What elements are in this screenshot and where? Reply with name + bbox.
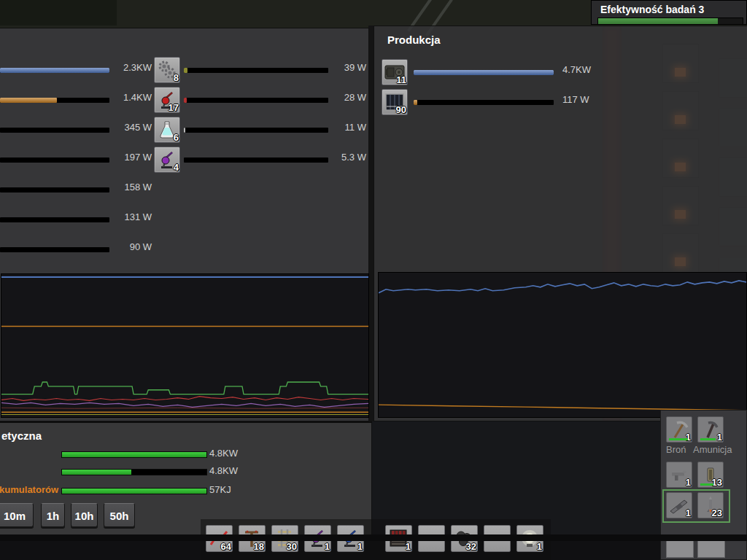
production-fill (414, 70, 554, 75)
consumption-value: 197 W (108, 152, 152, 163)
weapon-label: Broń (666, 444, 686, 455)
consumption-usage-bar (0, 128, 109, 133)
consumption-usage-bar (0, 247, 109, 252)
item-count: 1 (686, 477, 691, 488)
graph-line-red-wavy (1, 397, 368, 401)
producer-slot[interactable]: 90 (382, 89, 408, 115)
research-progress-fill (598, 18, 718, 24)
producer-slot[interactable]: 11 (382, 59, 408, 85)
item-count: 13 (712, 477, 722, 488)
item-count: 1 (686, 432, 691, 443)
accumulator-charge-label: kumulatorów (0, 484, 58, 495)
energy-value: 57KJ (209, 484, 253, 495)
time-button-10m[interactable]: 10m (0, 503, 34, 527)
energy-value: 4.8KW (209, 465, 253, 476)
energy-bar (61, 469, 207, 475)
consumption-value: 2.3KW (108, 62, 152, 73)
item-count: 1 (325, 541, 330, 552)
item-count: 8 (174, 72, 179, 83)
tool-slot[interactable]: 1 (666, 416, 692, 443)
durability-bar (700, 438, 716, 440)
time-button-10h[interactable]: 10h (71, 503, 98, 527)
item-count: 1 (406, 541, 411, 552)
consumption-value: 131 W (108, 211, 152, 222)
research-notification-title: Efektywność badań 3 (600, 4, 704, 15)
production-value: 117 W (562, 94, 606, 105)
graph-line-purple-wavy (1, 402, 368, 407)
consumption-usage-fill (0, 98, 57, 103)
consumption-value: 1.4KW (108, 92, 152, 103)
time-button-1h[interactable]: 1h (41, 503, 65, 527)
consumption-value: 28 W (328, 92, 366, 103)
energy-bar-fill (62, 452, 206, 457)
durability-bar (669, 438, 688, 440)
item-count: 64 (221, 541, 231, 552)
consumer-slot[interactable]: 8 (154, 57, 180, 83)
consumption-usage-fill (184, 98, 187, 103)
time-button-50h[interactable]: 50h (104, 503, 135, 527)
consumer-slot[interactable]: 4 (154, 147, 180, 173)
consumption-usage-fill (184, 68, 187, 73)
production-fill (414, 100, 417, 105)
energy-window-title: etyczna (1, 429, 42, 442)
research-notification: Efektywność badań 3 (591, 0, 747, 25)
consumption-window: 2.3KW1.4KW345 W197 W158 W131 W90 W817643… (0, 28, 369, 421)
tool-slot[interactable]: 1 (697, 416, 724, 443)
consumption-value: 90 W (108, 241, 152, 252)
production-bar (414, 70, 554, 75)
consumption-value: 39 W (328, 62, 366, 73)
item-count: 1 (357, 541, 363, 552)
item-count: 18 (254, 541, 264, 552)
production-window: Produkcja 114.7KW90117 W (374, 26, 747, 421)
consumption-value: 158 W (108, 182, 152, 192)
energy-bar (61, 488, 207, 494)
consumption-usage-bar (0, 68, 109, 73)
energy-bar (61, 451, 207, 458)
consumption-usage-fill (184, 128, 185, 133)
empty-slot[interactable] (666, 539, 694, 558)
background-terrain (0, 0, 117, 26)
weapon-slot[interactable]: 1 (666, 462, 692, 488)
item-count: 1 (717, 432, 722, 443)
research-progress-bar (597, 18, 743, 25)
consumption-usage-bar (0, 98, 109, 103)
consumption-usage-bar (0, 187, 109, 192)
energy-bar-fill (62, 470, 131, 475)
item-count: 17 (169, 102, 179, 113)
production-value: 4.7KW (562, 64, 606, 75)
background-terrain (372, 421, 664, 535)
consumer-slot[interactable]: 17 (154, 87, 180, 113)
consumption-value: 5.3 W (328, 152, 366, 163)
ammo-slot[interactable]: 23 (697, 492, 724, 518)
item-count: 23 (712, 508, 722, 518)
production-graph (378, 272, 747, 418)
item-count: 90 (396, 104, 406, 115)
item-count: 32 (466, 541, 476, 552)
item-count: 1 (537, 541, 542, 552)
consumer-slot[interactable]: 6 (154, 117, 180, 143)
consumption-usage-bar (0, 217, 109, 222)
consumption-usage-bar (184, 158, 328, 163)
graph-line-dark-red-flat (1, 408, 368, 408)
item-count: 30 (287, 541, 297, 552)
production-bar (414, 100, 554, 105)
consumption-value: 345 W (108, 122, 152, 133)
ammo-bar (700, 483, 713, 486)
consumption-usage-bar (0, 158, 109, 163)
consumption-usage-bar (184, 98, 328, 103)
consumption-usage-fill (0, 68, 109, 73)
consumption-graph (1, 273, 369, 418)
graph-line-green-step (1, 382, 368, 394)
ammo-slot[interactable]: 13 (697, 462, 724, 488)
graph-line-production-blue (379, 281, 746, 293)
item-count: 6 (174, 132, 179, 143)
window-bottom-border (0, 534, 747, 541)
item-count: 1 (686, 508, 691, 518)
weapon-slot[interactable]: 1 (666, 492, 692, 518)
ammo-label: Amunicja (693, 444, 732, 455)
energy-bar-fill (62, 489, 206, 494)
energy-value: 4.8KW (209, 448, 253, 459)
empty-slot[interactable] (697, 539, 725, 558)
consumption-value: 11 W (328, 122, 366, 133)
consumption-usage-bar (184, 68, 328, 73)
